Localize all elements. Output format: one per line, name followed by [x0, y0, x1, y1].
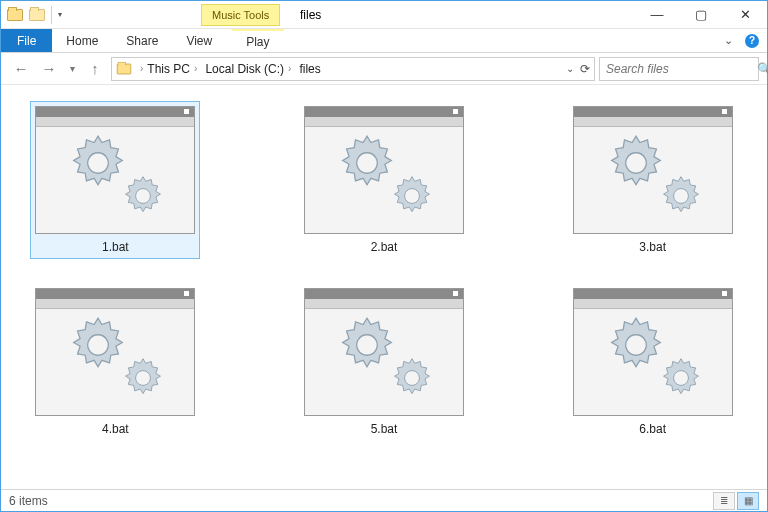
maximize-button[interactable]: ▢ [679, 1, 723, 28]
breadcrumb-label[interactable]: files [299, 62, 320, 76]
window-title: files [300, 8, 321, 22]
file-name: 1.bat [102, 240, 129, 254]
file-name: 3.bat [639, 240, 666, 254]
tab-home[interactable]: Home [52, 29, 112, 52]
batch-file-icon [60, 131, 170, 221]
ribbon-expand-icon[interactable]: ⌄ [724, 34, 733, 47]
minimize-button[interactable]: — [635, 1, 679, 28]
help-button[interactable]: ? [745, 34, 759, 48]
breadcrumb-label[interactable]: Local Disk (C:) [205, 62, 284, 76]
file-item[interactable]: 6.bat [568, 283, 738, 441]
address-dropdown-icon[interactable]: ⌄ [566, 63, 574, 74]
titlebar-center: Music Tools files [66, 1, 635, 28]
file-name: 5.bat [371, 422, 398, 436]
batch-file-icon [329, 313, 439, 403]
folder-icon [117, 63, 131, 74]
address-bar[interactable]: ›This PC› Local Disk (C:)› files ⌄ ⟳ [111, 57, 595, 81]
file-item[interactable]: 4.bat [30, 283, 200, 441]
up-button[interactable]: ↑ [83, 57, 107, 81]
quick-access-toolbar: ▾ [1, 1, 66, 28]
qat-dropdown-icon[interactable]: ▾ [58, 10, 62, 19]
tab-view[interactable]: View [172, 29, 226, 52]
file-thumbnail [35, 288, 195, 416]
details-view-button[interactable]: ≣ [713, 492, 735, 510]
separator [51, 6, 52, 24]
breadcrumb-segment: Local Disk (C:)› [205, 62, 295, 76]
file-item[interactable]: 1.bat [30, 101, 200, 259]
file-name: 2.bat [371, 240, 398, 254]
app-icon[interactable] [5, 5, 25, 25]
file-item[interactable]: 5.bat [299, 283, 469, 441]
file-thumbnail [573, 288, 733, 416]
file-thumbnail [35, 106, 195, 234]
large-icons-view-button[interactable]: ▦ [737, 492, 759, 510]
batch-file-icon [60, 313, 170, 403]
recent-locations-icon[interactable]: ▾ [65, 57, 79, 81]
ribbon-tabs: File Home Share View Play ⌄ ? [1, 29, 767, 53]
file-thumbnail [304, 288, 464, 416]
back-button[interactable]: ← [9, 57, 33, 81]
file-item[interactable]: 2.bat [299, 101, 469, 259]
file-thumbnail [304, 106, 464, 234]
forward-button[interactable]: → [37, 57, 61, 81]
breadcrumb-label[interactable]: This PC [147, 62, 190, 76]
qat-item[interactable] [27, 5, 47, 25]
item-count: 6 items [9, 494, 48, 508]
file-tab[interactable]: File [1, 29, 52, 52]
breadcrumb-segment: ›This PC› [136, 62, 201, 76]
batch-file-icon [329, 131, 439, 221]
search-input[interactable] [606, 62, 757, 76]
window-controls: — ▢ ✕ [635, 1, 767, 28]
refresh-button[interactable]: ⟳ [580, 62, 590, 76]
file-thumbnail [573, 106, 733, 234]
file-item[interactable]: 3.bat [568, 101, 738, 259]
tab-share[interactable]: Share [112, 29, 172, 52]
breadcrumb-segment: files [299, 62, 320, 76]
titlebar: ▾ Music Tools files — ▢ ✕ [1, 1, 767, 29]
file-grid: 1.bat 2.bat 3.bat 4. [11, 101, 757, 441]
file-name: 6.bat [639, 422, 666, 436]
status-bar: 6 items ≣ ▦ [1, 489, 767, 511]
contextual-tab-music-tools[interactable]: Music Tools [201, 4, 280, 26]
batch-file-icon [598, 313, 708, 403]
tab-play[interactable]: Play [232, 29, 283, 52]
search-icon: 🔍 [757, 62, 768, 76]
content-area: 1.bat 2.bat 3.bat 4. [1, 85, 767, 489]
navigation-bar: ← → ▾ ↑ ›This PC› Local Disk (C:)› files… [1, 53, 767, 85]
close-button[interactable]: ✕ [723, 1, 767, 28]
batch-file-icon [598, 131, 708, 221]
search-box[interactable]: 🔍 [599, 57, 759, 81]
view-toggles: ≣ ▦ [713, 492, 759, 510]
file-name: 4.bat [102, 422, 129, 436]
